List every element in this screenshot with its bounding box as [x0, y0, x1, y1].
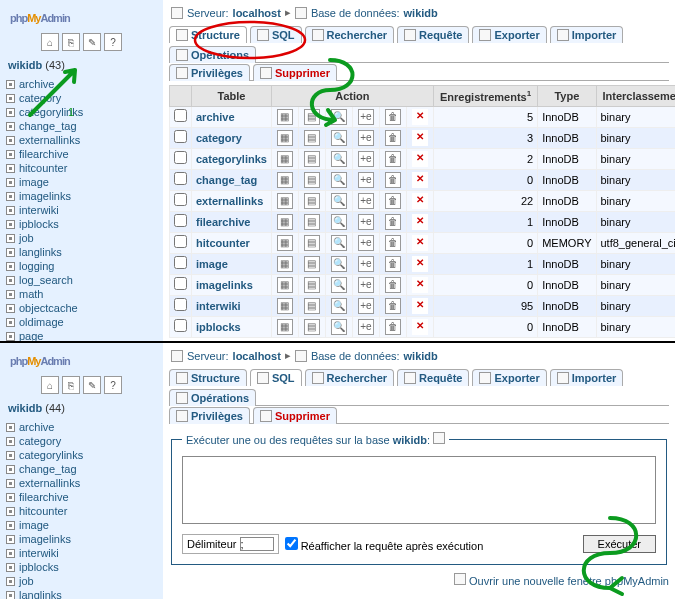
search-icon[interactable]: 🔍 [331, 130, 347, 146]
browse-icon[interactable]: ▦ [277, 193, 293, 209]
col-rows[interactable]: Enregistrements1 [433, 86, 537, 107]
row-checkbox[interactable] [174, 319, 187, 332]
tab-query[interactable]: Requête [397, 26, 469, 43]
sidebar-table-item[interactable]: logging [6, 259, 157, 273]
drop-icon[interactable]: ✕ [412, 172, 428, 188]
search-icon[interactable]: 🔍 [331, 172, 347, 188]
tab-operations[interactable]: Opérations [169, 46, 256, 63]
insert-icon[interactable]: +e [358, 109, 374, 125]
structure-icon[interactable]: ▤ [304, 277, 320, 293]
tab-sql[interactable]: SQL [250, 369, 302, 386]
tab-privileges[interactable]: Privilèges [169, 64, 250, 81]
col-type[interactable]: Type [538, 86, 596, 107]
sidebar-table-item[interactable]: category [6, 434, 157, 448]
sidebar-table-item[interactable]: job [6, 574, 157, 588]
sidebar-table-item[interactable]: hitcounter [6, 161, 157, 175]
reshow-checkbox[interactable]: Réafficher la requête après exécution [285, 537, 484, 552]
search-icon[interactable]: 🔍 [331, 109, 347, 125]
empty-icon[interactable]: 🗑 [385, 193, 401, 209]
sidebar-table-item[interactable]: hitcounter [6, 504, 157, 518]
row-checkbox[interactable] [174, 109, 187, 122]
table-name[interactable]: filearchive [192, 211, 272, 232]
structure-icon[interactable]: ▤ [304, 298, 320, 314]
table-name[interactable]: imagelinks [192, 274, 272, 295]
insert-icon[interactable]: +e [358, 256, 374, 272]
structure-icon[interactable]: ▤ [304, 151, 320, 167]
browse-icon[interactable]: ▦ [277, 130, 293, 146]
search-icon[interactable]: 🔍 [331, 193, 347, 209]
drop-icon[interactable]: ✕ [412, 214, 428, 230]
exit-icon[interactable]: ⎘ [62, 376, 80, 394]
empty-icon[interactable]: 🗑 [385, 235, 401, 251]
structure-icon[interactable]: ▤ [304, 130, 320, 146]
row-checkbox[interactable] [174, 235, 187, 248]
structure-icon[interactable]: ▤ [304, 193, 320, 209]
sql-icon[interactable]: ✎ [83, 33, 101, 51]
sidebar-table-item[interactable]: ipblocks [6, 217, 157, 231]
browse-icon[interactable]: ▦ [277, 319, 293, 335]
insert-icon[interactable]: +e [358, 235, 374, 251]
sidebar-table-item[interactable]: category [6, 91, 157, 105]
tab-operations[interactable]: Opérations [169, 389, 256, 406]
search-icon[interactable]: 🔍 [331, 277, 347, 293]
insert-icon[interactable]: +e [358, 277, 374, 293]
sidebar-table-item[interactable]: archive [6, 420, 157, 434]
sidebar-table-item[interactable]: page [6, 329, 157, 341]
table-name[interactable]: archive [192, 106, 272, 127]
col-table[interactable]: Table [192, 86, 272, 107]
tab-export[interactable]: Exporter [472, 26, 546, 43]
row-checkbox[interactable] [174, 130, 187, 143]
sidebar-table-item[interactable]: job [6, 231, 157, 245]
sidebar-table-item[interactable]: image [6, 175, 157, 189]
search-icon[interactable]: 🔍 [331, 235, 347, 251]
sidebar-table-item[interactable]: categorylinks [6, 105, 157, 119]
table-name[interactable]: externallinks [192, 190, 272, 211]
tab-drop[interactable]: Supprimer [253, 64, 337, 81]
empty-icon[interactable]: 🗑 [385, 319, 401, 335]
structure-icon[interactable]: ▤ [304, 319, 320, 335]
execute-button[interactable]: Exécuter [583, 535, 656, 553]
table-name[interactable]: ipblocks [192, 316, 272, 337]
insert-icon[interactable]: +e [358, 193, 374, 209]
tab-structure[interactable]: Structure [169, 26, 247, 43]
drop-icon[interactable]: ✕ [412, 130, 428, 146]
empty-icon[interactable]: 🗑 [385, 277, 401, 293]
insert-icon[interactable]: +e [358, 130, 374, 146]
table-name[interactable]: image [192, 253, 272, 274]
sidebar-table-item[interactable]: math [6, 287, 157, 301]
row-checkbox[interactable] [174, 151, 187, 164]
row-checkbox[interactable] [174, 277, 187, 290]
tab-search[interactable]: Rechercher [305, 369, 395, 386]
sidebar-table-item[interactable]: objectcache [6, 301, 157, 315]
structure-icon[interactable]: ▤ [304, 109, 320, 125]
sidebar-table-item[interactable]: imagelinks [6, 532, 157, 546]
sidebar-table-item[interactable]: log_search [6, 273, 157, 287]
docs-icon[interactable]: ? [104, 376, 122, 394]
empty-icon[interactable]: 🗑 [385, 298, 401, 314]
empty-icon[interactable]: 🗑 [385, 256, 401, 272]
empty-icon[interactable]: 🗑 [385, 151, 401, 167]
structure-icon[interactable]: ▤ [304, 235, 320, 251]
sidebar-table-item[interactable]: langlinks [6, 245, 157, 259]
sidebar-table-item[interactable]: filearchive [6, 147, 157, 161]
browse-icon[interactable]: ▦ [277, 151, 293, 167]
search-icon[interactable]: 🔍 [331, 298, 347, 314]
search-icon[interactable]: 🔍 [331, 214, 347, 230]
help-icon[interactable] [433, 432, 445, 444]
sidebar-table-item[interactable]: oldimage [6, 315, 157, 329]
delimiter-input[interactable] [240, 537, 274, 551]
insert-icon[interactable]: +e [358, 319, 374, 335]
browse-icon[interactable]: ▦ [277, 256, 293, 272]
insert-icon[interactable]: +e [358, 172, 374, 188]
table-name[interactable]: hitcounter [192, 232, 272, 253]
structure-icon[interactable]: ▤ [304, 172, 320, 188]
docs-icon[interactable]: ? [104, 33, 122, 51]
db-name[interactable]: wikidb (44) [8, 402, 157, 414]
drop-icon[interactable]: ✕ [412, 256, 428, 272]
browse-icon[interactable]: ▦ [277, 277, 293, 293]
drop-icon[interactable]: ✕ [412, 109, 428, 125]
row-checkbox[interactable] [174, 172, 187, 185]
row-checkbox[interactable] [174, 214, 187, 227]
sidebar-table-item[interactable]: interwiki [6, 203, 157, 217]
tab-sql[interactable]: SQL [250, 26, 302, 43]
